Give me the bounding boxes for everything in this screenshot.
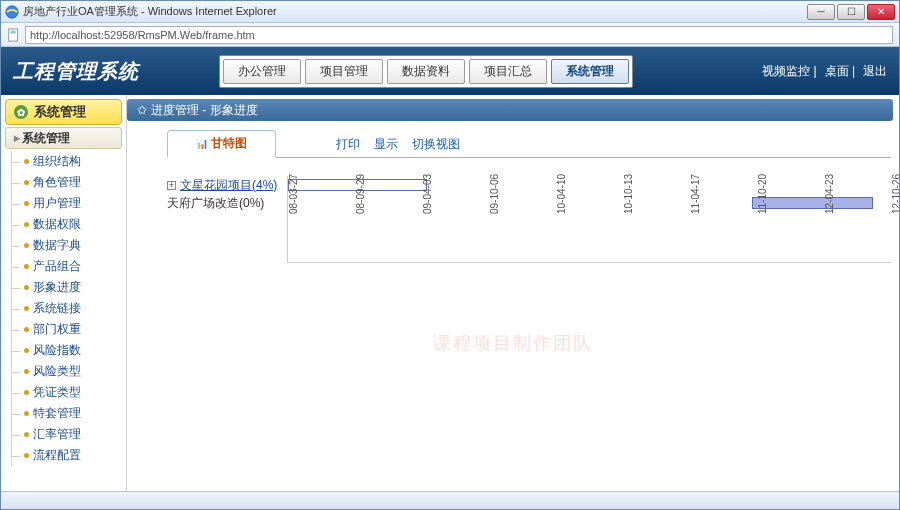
xtick: 12-04-23 xyxy=(824,174,835,214)
url-input[interactable] xyxy=(25,26,893,44)
nav-tab-4[interactable]: 系统管理 xyxy=(551,59,629,84)
header-link-2[interactable]: 退出 xyxy=(863,63,887,80)
sidebar-item-11[interactable]: 凭证类型 xyxy=(12,382,122,403)
close-button[interactable]: ✕ xyxy=(867,4,895,20)
app-logo: 工程管理系统 xyxy=(13,58,139,85)
action-0[interactable]: 打印 xyxy=(336,136,360,153)
sidebar-tree: 组织结构角色管理用户管理数据权限数据字典产品组合形象进度系统链接部门权重风险指数… xyxy=(11,151,122,466)
sidebar-item-2[interactable]: 用户管理 xyxy=(12,193,122,214)
action-1[interactable]: 显示 xyxy=(374,136,398,153)
sidebar-item-6[interactable]: 形象进度 xyxy=(12,277,122,298)
sidebar-item-3[interactable]: 数据权限 xyxy=(12,214,122,235)
gear-icon: ✿ xyxy=(14,105,28,119)
nav-tab-2[interactable]: 数据资料 xyxy=(387,59,465,84)
xtick: 09-04-03 xyxy=(422,174,433,214)
watermark: 课程项目制作团队 xyxy=(433,331,593,355)
xtick: 10-10-13 xyxy=(623,174,634,214)
xtick: 08-03-27 xyxy=(288,174,299,214)
main-nav: 办公管理项目管理数据资料项目汇总系统管理 xyxy=(219,55,633,88)
breadcrumb: ✩ 进度管理 - 形象进度 xyxy=(127,99,893,121)
address-bar xyxy=(1,23,899,47)
status-bar xyxy=(1,491,899,509)
sidebar-item-4[interactable]: 数据字典 xyxy=(12,235,122,256)
gantt-chart: +文星花园项目(4%)天府广场改造(0%) 08-03-2708-09-2909… xyxy=(167,176,891,263)
sidebar-header[interactable]: ✿ 系统管理 xyxy=(5,99,122,125)
svg-rect-3 xyxy=(11,32,16,33)
nav-tab-3[interactable]: 项目汇总 xyxy=(469,59,547,84)
tab-gantt[interactable]: 甘特图 xyxy=(167,130,276,158)
sidebar-item-1[interactable]: 角色管理 xyxy=(12,172,122,193)
xtick: 11-04-17 xyxy=(690,174,701,214)
main-content: ✩ 进度管理 - 形象进度 甘特图 打印显示切换视图 +文星花园项目(4%)天府… xyxy=(127,95,899,491)
sidebar-item-0[interactable]: 组织结构 xyxy=(12,151,122,172)
sidebar-item-12[interactable]: 特套管理 xyxy=(12,403,122,424)
xtick: 09-10-06 xyxy=(489,174,500,214)
svg-rect-2 xyxy=(11,30,16,31)
window-title: 房地产行业OA管理系统 - Windows Internet Explorer xyxy=(23,4,807,19)
xtick: 10-04-10 xyxy=(556,174,567,214)
sidebar-item-10[interactable]: 风险类型 xyxy=(12,361,122,382)
nav-tab-1[interactable]: 项目管理 xyxy=(305,59,383,84)
gantt-row-link[interactable]: 文星花园项目(4%) xyxy=(180,177,277,194)
minimize-button[interactable]: ─ xyxy=(807,4,835,20)
xtick: 08-09-29 xyxy=(355,174,366,214)
gantt-row-label-0: +文星花园项目(4%) xyxy=(167,176,287,194)
expand-icon[interactable]: + xyxy=(167,181,176,190)
ie-icon xyxy=(5,5,19,19)
sidebar-subheader[interactable]: 系统管理 xyxy=(5,127,122,149)
sidebar-item-5[interactable]: 产品组合 xyxy=(12,256,122,277)
nav-tab-0[interactable]: 办公管理 xyxy=(223,59,301,84)
window-titlebar: 房地产行业OA管理系统 - Windows Internet Explorer … xyxy=(1,1,899,23)
action-2[interactable]: 切换视图 xyxy=(412,136,460,153)
gantt-row-label-1: 天府广场改造(0%) xyxy=(167,194,287,212)
sidebar-item-9[interactable]: 风险指数 xyxy=(12,340,122,361)
star-icon: ✩ xyxy=(137,103,147,117)
page-icon xyxy=(7,28,21,42)
sidebar-item-13[interactable]: 汇率管理 xyxy=(12,424,122,445)
header-link-1[interactable]: 桌面 | xyxy=(825,63,855,80)
maximize-button[interactable]: ☐ xyxy=(837,4,865,20)
sidebar-item-7[interactable]: 系统链接 xyxy=(12,298,122,319)
header-link-0[interactable]: 视频监控 | xyxy=(762,63,816,80)
sidebar-item-8[interactable]: 部门权重 xyxy=(12,319,122,340)
gantt-bar-1[interactable] xyxy=(752,197,873,209)
app-header: 工程管理系统 办公管理项目管理数据资料项目汇总系统管理 视频监控 |桌面 |退出 xyxy=(1,47,899,95)
sidebar: ✿ 系统管理 系统管理 组织结构角色管理用户管理数据权限数据字典产品组合形象进度… xyxy=(1,95,127,491)
sidebar-item-14[interactable]: 流程配置 xyxy=(12,445,122,466)
xtick: 11-10-20 xyxy=(757,174,768,214)
xtick: 12-10-26 xyxy=(891,174,899,214)
